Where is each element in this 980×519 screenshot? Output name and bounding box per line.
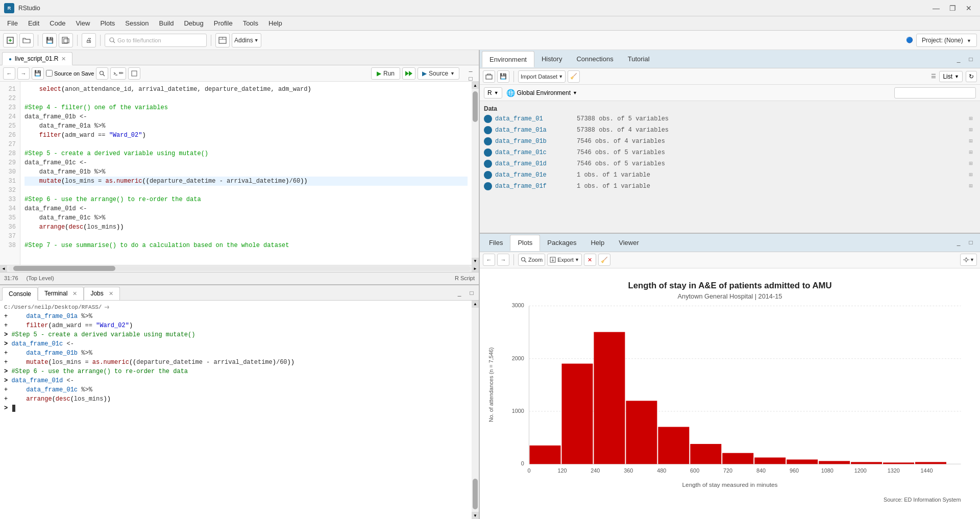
scroll-down-button[interactable]: ▼ [472, 258, 479, 265]
console-tab[interactable]: Console [2, 287, 38, 301]
save-workspace-button[interactable]: 💾 [497, 70, 509, 83]
menu-plots[interactable]: Plots [95, 16, 120, 30]
copy-icon-6[interactable]: ⊞ [966, 171, 976, 179]
h-scroll-left-button[interactable]: ◄ [0, 265, 7, 272]
workspace-button[interactable] [215, 33, 230, 47]
prev-plot-button[interactable]: ← [483, 254, 495, 266]
menu-view[interactable]: View [70, 16, 95, 30]
console-scroll-track[interactable] [472, 308, 479, 512]
print-button[interactable]: 🖨 [82, 33, 96, 47]
terminal-tab[interactable]: Terminal ✕ [38, 287, 84, 300]
env-row-df01[interactable]: data_frame_01 57388 obs. of 5 variables … [484, 113, 976, 125]
copy-icon-3[interactable]: ⊞ [966, 137, 976, 145]
env-row-df01f[interactable]: data_frame_01f 1 obs. of 1 variable ⊞ [484, 181, 976, 192]
minimize-button[interactable]: — [929, 3, 943, 13]
clear-env-button[interactable]: 🧹 [568, 70, 580, 83]
global-env-selector[interactable]: 🌐 Global Environment ▼ [506, 89, 577, 97]
menu-profile[interactable]: Profile [209, 16, 238, 30]
editor-scrollbar[interactable]: ▲ ▼ [472, 82, 479, 265]
goto-input[interactable]: Go to file/function [105, 34, 207, 47]
env-row-df01a[interactable]: data_frame_01a 57388 obs. of 4 variables… [484, 125, 976, 136]
copy-icon-4[interactable]: ⊞ [966, 149, 976, 156]
load-workspace-button[interactable] [483, 70, 495, 83]
menu-file[interactable]: File [2, 16, 23, 30]
new-file-button[interactable] [3, 33, 17, 47]
forward-button[interactable]: → [17, 67, 30, 80]
scroll-track[interactable] [472, 89, 479, 258]
open-file-button[interactable] [19, 33, 34, 47]
menu-build[interactable]: Build [154, 16, 179, 30]
next-plot-button[interactable]: → [497, 254, 509, 266]
maximize-button[interactable]: ❐ [945, 3, 960, 13]
code-tools-button[interactable]: ✏ [110, 67, 126, 80]
menu-debug[interactable]: Debug [179, 16, 208, 30]
files-tab-packages[interactable]: Packages [540, 234, 583, 251]
h-scroll-track[interactable] [8, 266, 471, 271]
console-content[interactable]: C:/Users/neilp/Desktop/RFASS/ + data_fra… [0, 301, 472, 520]
plots-options-button[interactable]: ▼ [960, 254, 977, 266]
save-all-button[interactable] [59, 33, 73, 47]
env-minimize[interactable]: _ [953, 54, 964, 64]
delete-plot-button[interactable]: ✕ [584, 254, 596, 266]
close-button[interactable]: ✕ [962, 3, 976, 13]
jobs-close[interactable]: ✕ [109, 290, 113, 297]
back-button[interactable]: ← [3, 67, 15, 80]
plots-maximize[interactable]: □ [966, 237, 976, 248]
addins-button[interactable]: Addins ▼ [232, 33, 261, 47]
console-maximize[interactable]: □ [467, 288, 477, 298]
env-tab-connections[interactable]: Connections [569, 51, 620, 67]
copy-icon-7[interactable]: ⊞ [966, 182, 976, 190]
refresh-button[interactable]: ↻ [966, 71, 977, 82]
files-tab-plots[interactable]: Plots [510, 235, 540, 251]
source-button[interactable]: ▶ Environment Source ▼ [418, 67, 459, 80]
jobs-tab[interactable]: Jobs ✕ [84, 287, 119, 300]
console-scroll-up[interactable]: ▲ [472, 301, 479, 308]
run-button[interactable]: ▶ Run [371, 67, 400, 80]
console-scrollbar[interactable]: ▲ ▼ [472, 301, 479, 520]
editor-tab-live-script[interactable]: ● live_script_01.R ✕ [2, 52, 72, 65]
env-tab-history[interactable]: History [534, 51, 569, 67]
terminal-close[interactable]: ✕ [72, 290, 77, 297]
menu-session[interactable]: Session [120, 16, 154, 30]
copy-icon-5[interactable]: ⊞ [966, 160, 976, 167]
list-button[interactable]: List ▼ [939, 71, 963, 82]
menu-code[interactable]: Code [44, 16, 70, 30]
export-button[interactable]: Export ▼ [547, 254, 582, 266]
env-tab-tutorial[interactable]: Tutorial [621, 51, 657, 67]
run-all-button[interactable] [402, 67, 415, 80]
search-button[interactable] [96, 67, 108, 80]
clear-plots-button[interactable]: 🧹 [598, 254, 610, 266]
project-button[interactable]: Project: (None) ▼ [916, 34, 977, 47]
env-row-df01d[interactable]: data_frame_01d 7546 obs. of 5 variables … [484, 158, 976, 169]
env-tab-environment[interactable]: Environment [482, 51, 534, 67]
env-maximize[interactable]: □ [966, 54, 976, 64]
env-row-df01c[interactable]: data_frame_01c 7546 obs. of 5 variables … [484, 147, 976, 158]
copy-icon-2[interactable]: ⊞ [966, 126, 976, 134]
scroll-up-button[interactable]: ▲ [472, 82, 479, 89]
menu-tools[interactable]: Tools [238, 16, 263, 30]
env-row-df01e[interactable]: data_frame_01e 1 obs. of 1 variable ⊞ [484, 169, 976, 181]
menu-help[interactable]: Help [263, 16, 287, 30]
import-dataset-button[interactable]: Import Dataset ▼ [518, 70, 566, 83]
copy-icon-1[interactable]: ⊞ [966, 115, 976, 122]
env-search-input[interactable] [894, 87, 976, 98]
compile-button[interactable] [128, 67, 140, 80]
console-scroll-down[interactable]: ▼ [472, 512, 479, 519]
zoom-button[interactable]: Zoom [518, 254, 545, 266]
source-on-save-checkbox[interactable]: Source on Save [46, 70, 94, 77]
plots-minimize[interactable]: _ [953, 237, 964, 248]
editor-minimize[interactable]: _ [465, 63, 476, 73]
menu-edit[interactable]: Edit [23, 16, 44, 30]
code-content[interactable]: select(anon_attendance_id, arrival_datet… [20, 82, 472, 265]
horizontal-scrollbar[interactable]: ◄ ► [0, 265, 479, 272]
files-tab-files[interactable]: Files [482, 234, 510, 251]
r-version-selector[interactable]: R ▼ [484, 87, 502, 98]
save-file-button[interactable]: 💾 [32, 67, 44, 80]
env-row-df01b[interactable]: data_frame_01b 7546 obs. of 4 variables … [484, 136, 976, 147]
save-button[interactable]: 💾 [42, 33, 57, 47]
editor-tab-close[interactable]: ✕ [61, 56, 66, 62]
files-tab-viewer[interactable]: Viewer [611, 234, 646, 251]
h-scroll-right-button[interactable]: ► [472, 265, 479, 272]
files-tab-help[interactable]: Help [583, 234, 611, 251]
console-minimize[interactable]: _ [454, 288, 464, 298]
